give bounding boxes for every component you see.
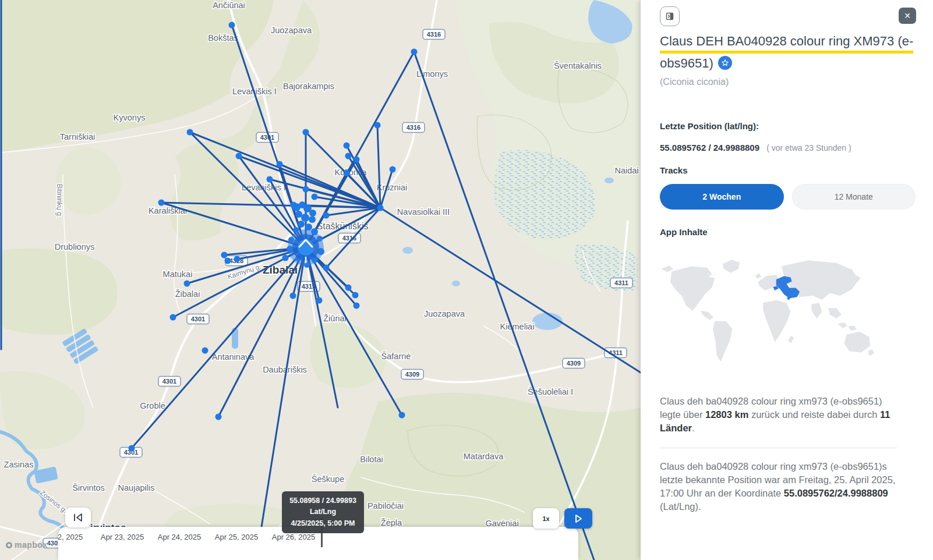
tracks-2-weeks-button[interactable]: 2 Wochen <box>660 184 784 210</box>
track-point[interactable] <box>316 297 323 304</box>
title-line2: obs9651) <box>660 55 713 72</box>
map-label: Šventakalnis <box>554 61 602 70</box>
track-point[interactable] <box>170 314 176 321</box>
visited-countries-world-map <box>660 253 895 376</box>
track-point[interactable] <box>312 194 318 200</box>
page-title: Claus DEH BA040928 colour ring XM973 (e-… <box>660 33 916 71</box>
map-label: Bokštas <box>208 33 238 42</box>
tracks-12-months-button[interactable]: 12 Monate <box>792 184 916 210</box>
map-label: Kyvonys <box>114 113 146 122</box>
map-label: Naidai <box>614 166 638 175</box>
track-point[interactable] <box>303 129 309 136</box>
map-label: Groblė <box>140 401 165 410</box>
track-point[interactable] <box>374 122 381 129</box>
track-point[interactable] <box>158 200 165 206</box>
map-label: Matukai <box>163 270 193 279</box>
map-label: Daubariškis <box>263 365 307 374</box>
track-point[interactable] <box>277 161 283 168</box>
track-point[interactable] <box>390 166 396 173</box>
collapse-panel-button[interactable] <box>660 6 680 26</box>
last-position-paragraph: Claus deh ba040928 colour ring xm973 (e-… <box>660 460 900 513</box>
summary-paragraph: Claus deh ba040928 colour ring xm973 (e-… <box>660 395 900 435</box>
track-point[interactable] <box>345 285 352 291</box>
map-label: Juozapava <box>424 309 465 318</box>
p1-distance: 12803 km <box>705 409 748 420</box>
map-canvas[interactable]: AnčiūnaiBokštasJuozapavaŠventakalnisLimo… <box>0 0 641 560</box>
skip-to-start-button[interactable] <box>65 508 91 527</box>
timeline-date[interactable]: Apr 23, 2025 <box>101 533 144 541</box>
close-icon: ✕ <box>904 12 911 20</box>
track-point[interactable] <box>323 265 330 271</box>
tooltip-coords: 55.08958 / 24.99893 Lat/Lng <box>285 495 361 518</box>
map-label: Karališkiai <box>149 206 187 215</box>
road-badge: 4311 <box>610 278 632 288</box>
svg-text:4316: 4316 <box>407 124 420 131</box>
map-label: Kiemeliai <box>500 322 535 331</box>
track-point[interactable] <box>399 412 405 419</box>
play-button[interactable] <box>564 508 592 529</box>
track-point[interactable] <box>129 445 135 452</box>
map-label: Šeškupė <box>312 474 344 484</box>
app-contents-label: App Inhalte <box>660 227 916 237</box>
map-label: Drublionys <box>55 242 95 251</box>
timeline-date[interactable]: Apr 26, 2025 <box>272 533 315 541</box>
last-position-ago: ( vor etwa 23 Stunden ) <box>766 143 851 153</box>
track-point[interactable] <box>411 49 418 55</box>
map-label: Širvintos <box>72 483 105 492</box>
track-point[interactable] <box>377 205 384 211</box>
track-point[interactable] <box>202 348 208 354</box>
map-label: Pabiločiai <box>367 501 404 511</box>
track-point[interactable] <box>221 252 228 258</box>
last-position-value: 55.0895762 / 24.9988809 <box>660 143 759 153</box>
track-point[interactable] <box>184 281 190 287</box>
track-point[interactable] <box>236 153 242 160</box>
track-point[interactable] <box>187 129 193 136</box>
track-point[interactable] <box>345 153 352 160</box>
favourite-star-icon[interactable] <box>718 56 732 70</box>
map-label: Bilotai <box>360 455 383 464</box>
map-label: Matardava <box>464 452 504 461</box>
p1-text2: zurück und reiste dabei durch <box>748 409 880 420</box>
track-point[interactable] <box>352 292 359 299</box>
close-panel-button[interactable]: ✕ <box>899 8 916 24</box>
track-point[interactable] <box>267 176 273 183</box>
position-tooltip: 55.08958 / 24.99893 Lat/Lng 4/25/2025, 5… <box>282 491 364 533</box>
map-label: Tarniškiai <box>60 132 95 141</box>
road-badge: 4316 <box>402 123 425 133</box>
road-badge: 4301 <box>158 377 181 387</box>
track-point[interactable] <box>290 293 296 299</box>
p1-text3: . <box>692 423 695 433</box>
map-label: Žibalai <box>175 289 200 299</box>
timeline-date[interactable]: Apr 25, 2025 <box>215 533 258 541</box>
track-point[interactable] <box>229 22 235 29</box>
track-point[interactable] <box>354 157 360 163</box>
svg-text:4301: 4301 <box>260 134 274 141</box>
animal-tracker-app: AnčiūnaiBokštasJuozapavaŠventakalnisLimo… <box>0 0 933 560</box>
track-point[interactable] <box>282 255 289 261</box>
track-point[interactable] <box>344 170 350 176</box>
track-point[interactable] <box>215 414 222 420</box>
map-label: Šafarnė <box>381 352 411 361</box>
map-label: Bitininkų g. <box>55 184 63 218</box>
track-point[interactable] <box>234 256 241 263</box>
timeline-date[interactable]: Apr 22, 2025 <box>58 533 83 541</box>
svg-text:4316: 4316 <box>427 31 441 38</box>
animal-position-marker[interactable] <box>288 229 324 265</box>
p2-coordinate: 55.0895762/24.9988809 <box>784 488 888 498</box>
track-point[interactable] <box>225 258 231 264</box>
timeline-date[interactable]: Apr 24, 2025 <box>158 533 201 541</box>
svg-text:4309: 4309 <box>405 371 419 378</box>
map-label: Zasinas <box>4 460 34 469</box>
playback-speed-button[interactable]: 1x <box>533 508 559 529</box>
divider <box>660 448 897 448</box>
title-line1: Claus DEH BA040928 colour ring XM973 (e- <box>660 33 913 54</box>
road-badge: 4309 <box>563 359 585 368</box>
mapbox-wordmark: mapbox <box>15 540 48 550</box>
track-point[interactable] <box>323 212 330 219</box>
track-point[interactable] <box>303 186 309 193</box>
track-point[interactable] <box>354 303 360 309</box>
map-label: Naujapilis <box>118 483 155 492</box>
map-label: Juozapava <box>271 26 312 35</box>
track-point[interactable] <box>344 143 350 149</box>
tooltip-datetime: 4/25/2025, 5:00 PM <box>285 518 361 529</box>
